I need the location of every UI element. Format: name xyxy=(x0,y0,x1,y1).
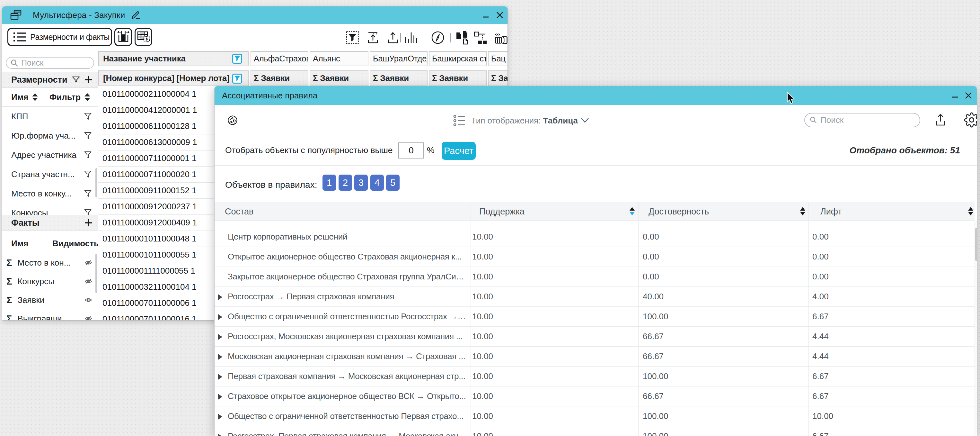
sort-name-icon[interactable] xyxy=(32,93,38,101)
measure-header-cell[interactable]: Σ Заявки xyxy=(310,70,368,86)
rule-row[interactable]: Открытое акционерное общество Страховая … xyxy=(215,247,975,267)
member-column-header[interactable]: БашУралОтдел xyxy=(370,51,428,66)
rule-size-button-2[interactable]: 2 xyxy=(339,175,352,191)
expand-icon[interactable] xyxy=(218,374,222,380)
sort-lift-icon[interactable] xyxy=(968,207,973,216)
add-dimension-icon[interactable] xyxy=(84,75,93,84)
expand-icon[interactable] xyxy=(218,334,222,340)
filter-active-icon[interactable] xyxy=(232,54,242,64)
minimize-icon[interactable] xyxy=(481,10,490,20)
expand-icon[interactable] xyxy=(218,394,222,400)
measure-header-cell[interactable]: Σ Заявки xyxy=(488,70,508,86)
col-confidence[interactable]: Достоверность xyxy=(649,202,709,221)
dialog-titlebar[interactable]: Ассоциативные правила xyxy=(215,86,977,105)
sort-filter-icon[interactable] xyxy=(84,93,90,101)
filter-active-icon[interactable] xyxy=(232,73,242,84)
member-column-header[interactable]: Башкирская ст xyxy=(429,51,487,66)
fact-item[interactable]: Σ Конкурсы xyxy=(2,272,98,291)
member-column-header[interactable]: АльфаСтрахова xyxy=(251,51,309,66)
table-export-button[interactable] xyxy=(135,28,152,46)
dimensions-facts-button[interactable]: Размерности и факты xyxy=(7,28,112,46)
rule-size-button-1[interactable]: 1 xyxy=(323,175,336,191)
add-fact-icon[interactable] xyxy=(84,219,93,227)
close-icon[interactable] xyxy=(495,10,504,20)
expand-icon[interactable] xyxy=(218,314,222,320)
rule-size-button-5[interactable]: 5 xyxy=(386,175,399,191)
copy-pages-icon[interactable] xyxy=(456,31,470,44)
col-dim-header-cell[interactable]: [Номер конкурса] [Номер лота] xyxy=(98,70,248,86)
member-column-header[interactable]: Бац xyxy=(488,51,508,66)
structure-tree-icon[interactable] xyxy=(474,31,488,44)
sort-confidence-icon[interactable] xyxy=(800,207,805,216)
fact-item[interactable]: Σ Заявки xyxy=(2,291,98,309)
dimension-item[interactable]: Юр.форма уча... xyxy=(2,126,98,145)
visibility-off-icon[interactable] xyxy=(84,259,92,266)
rule-row[interactable]: Закрытое акционерное общество Страховая … xyxy=(215,267,975,287)
dimensions-scrollbar[interactable] xyxy=(95,168,97,197)
row-filter-icon[interactable] xyxy=(84,113,92,120)
col-composition[interactable]: Состав xyxy=(225,202,253,221)
fact-item[interactable]: Σ Выигравши... xyxy=(2,309,98,321)
calc-button[interactable]: Расчет xyxy=(442,142,476,160)
dialog-scrollbar-thumb[interactable] xyxy=(975,228,977,261)
bar-chart-icon[interactable] xyxy=(404,31,418,44)
export-data-icon[interactable] xyxy=(386,31,400,44)
filter-selection-icon[interactable] xyxy=(345,31,360,44)
row-filter-icon[interactable] xyxy=(84,209,92,215)
rule-row[interactable]: Московская акционерная страховая компани… xyxy=(215,347,975,367)
rule-row[interactable]: Страховое открытое акционерное общество … xyxy=(215,386,975,406)
rule-row[interactable]: Первая страховая компания → Московская а… xyxy=(215,367,975,386)
dimension-item[interactable]: Страна участн... xyxy=(2,164,98,184)
dimension-item[interactable]: Место в конку... xyxy=(2,184,98,203)
preview-grid-icon[interactable] xyxy=(494,31,508,44)
dimensions-filter-icon[interactable] xyxy=(72,76,80,84)
rule-row[interactable]: Общество с ограниченной ответственностью… xyxy=(215,221,975,227)
rule-size-button-4[interactable]: 4 xyxy=(370,175,384,191)
main-titlebar[interactable]: Мультисфера - Закупки xyxy=(2,6,508,24)
fact-item[interactable]: Σ Место в кон... xyxy=(2,253,98,272)
measure-header-cell[interactable]: Σ Заявки xyxy=(429,70,487,86)
dialog-search-input[interactable]: Поиск xyxy=(804,113,920,127)
fit-column-width-button[interactable] xyxy=(115,28,132,46)
measure-header-cell[interactable]: Σ Заявки xyxy=(251,70,309,86)
row-filter-icon[interactable] xyxy=(84,151,92,159)
expand-icon[interactable] xyxy=(218,294,222,300)
rule-row[interactable]: Росгосстрах, Первая страховая компания →… xyxy=(215,426,975,436)
dimension-item[interactable]: Конкурсы xyxy=(2,203,98,215)
row-dim-header-cell[interactable]: Название участника xyxy=(98,51,248,66)
visibility-off-icon[interactable] xyxy=(84,315,92,321)
rule-row[interactable]: Общество с ограниченной ответственностью… xyxy=(215,307,975,327)
settings-gear-icon[interactable] xyxy=(964,112,977,128)
expand-icon[interactable] xyxy=(218,434,222,436)
rule-row[interactable]: Центр корпоративных решений 10.00 0.00 0… xyxy=(215,227,975,247)
col-lift[interactable]: Лифт xyxy=(820,202,842,221)
dialog-minimize-icon[interactable] xyxy=(950,91,960,100)
facts-scrollbar[interactable] xyxy=(95,254,97,293)
popularity-value-input[interactable]: 0 xyxy=(398,142,424,158)
dialog-scrollbar[interactable] xyxy=(975,221,977,436)
rule-row[interactable]: Росгосстрах → Первая страховая компания … xyxy=(215,287,975,307)
dimension-item[interactable]: КПП xyxy=(2,107,98,126)
rule-row[interactable]: Росгосстрах, Московская акционерная стра… xyxy=(215,327,975,347)
visibility-off-icon[interactable] xyxy=(84,278,92,284)
sidebar-search-input[interactable]: Поиск xyxy=(6,57,94,69)
chevron-down-icon[interactable] xyxy=(581,118,589,123)
expand-icon[interactable] xyxy=(218,354,222,360)
compass-icon[interactable] xyxy=(431,31,445,44)
member-column-header[interactable]: Альянс xyxy=(310,51,368,66)
import-data-icon[interactable] xyxy=(366,31,380,44)
export-icon[interactable] xyxy=(935,113,946,127)
row-filter-icon[interactable] xyxy=(84,171,92,178)
expand-icon[interactable] xyxy=(218,414,222,420)
measure-header-cell[interactable]: Σ Заявки xyxy=(370,70,428,86)
display-type-label[interactable]: Тип отображения: Таблица xyxy=(471,116,578,126)
dialog-close-icon[interactable] xyxy=(964,91,973,100)
row-filter-icon[interactable] xyxy=(84,190,92,197)
row-filter-icon[interactable] xyxy=(84,132,92,139)
edit-pencil-icon[interactable] xyxy=(131,10,140,20)
dimension-item[interactable]: Адрес участника xyxy=(2,145,98,164)
col-support[interactable]: Поддержка xyxy=(479,202,525,221)
sort-support-icon[interactable] xyxy=(630,207,635,216)
visibility-on-icon[interactable] xyxy=(84,297,92,303)
rule-size-button-3[interactable]: 3 xyxy=(354,175,368,191)
